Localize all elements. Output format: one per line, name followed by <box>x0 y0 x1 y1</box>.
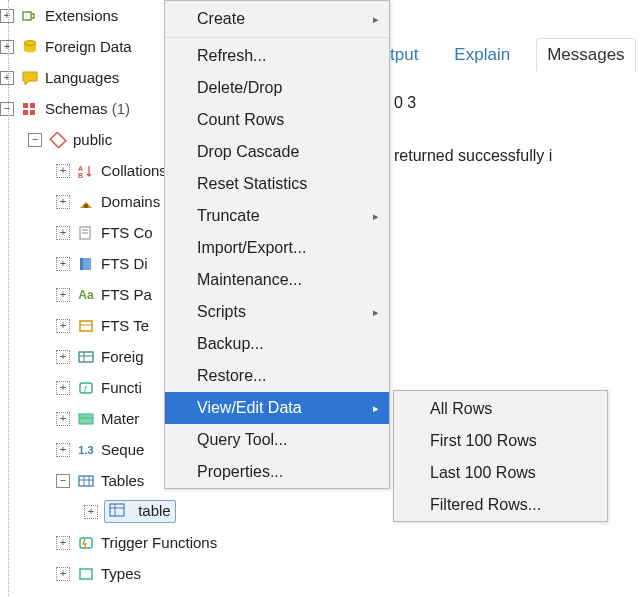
expander-icon[interactable]: + <box>56 536 70 550</box>
function-icon: ƒ <box>76 379 96 397</box>
svg-rect-24 <box>79 476 93 486</box>
sub-filtered[interactable]: Filtered Rows... <box>394 489 607 521</box>
tree-item-label: FTS Te <box>101 317 149 334</box>
tree-item-label: Mater <box>101 410 139 427</box>
ctx-properties[interactable]: Properties... <box>165 456 389 488</box>
tree-row-types[interactable]: + Types <box>0 558 310 589</box>
svg-rect-31 <box>80 538 92 548</box>
svg-rect-14 <box>83 258 91 270</box>
expander-icon[interactable]: + <box>56 381 70 395</box>
fts-config-icon <box>76 224 96 242</box>
tree-item-label: table <box>138 502 171 519</box>
ctx-delete-drop[interactable]: Delete/Drop <box>165 72 389 104</box>
ctx-import-export[interactable]: Import/Export... <box>165 232 389 264</box>
expander-icon[interactable]: + <box>84 505 98 519</box>
fts-parser-icon: Aa <box>76 286 96 304</box>
tree-item-label: Tables <box>101 472 144 489</box>
sub-all-rows[interactable]: All Rows <box>394 393 607 425</box>
tree-row-views[interactable]: + Views <box>0 589 310 597</box>
sub-last-100[interactable]: Last 100 Rows <box>394 457 607 489</box>
tables-icon <box>76 472 96 490</box>
expander-icon[interactable]: + <box>56 350 70 364</box>
submenu-arrow-icon: ▸ <box>373 402 379 415</box>
tree-item-label: Foreign Data <box>45 38 132 55</box>
ctx-backup[interactable]: Backup... <box>165 328 389 360</box>
tree-item-label: Functi <box>101 379 142 396</box>
view-edit-submenu: All Rows First 100 Rows Last 100 Rows Fi… <box>393 390 608 522</box>
tree-item-label: Foreig <box>101 348 144 365</box>
tree-item-label: Types <box>101 565 141 582</box>
svg-rect-2 <box>23 103 28 108</box>
tree-item-label: Collations <box>101 162 167 179</box>
cylinder-icon <box>20 38 40 56</box>
expander-icon[interactable]: + <box>56 567 70 581</box>
sub-first-100[interactable]: First 100 Rows <box>394 425 607 457</box>
ctx-restore[interactable]: Restore... <box>165 360 389 392</box>
tree-item-label: Schemas (1) <box>45 100 130 117</box>
menu-separator <box>165 37 389 38</box>
selected-table[interactable]: table <box>104 500 176 523</box>
tree-item-label: Extensions <box>45 7 118 24</box>
expander-icon[interactable]: + <box>0 71 14 85</box>
result-tabs: tput Explain Messages <box>380 38 636 71</box>
svg-rect-22 <box>79 414 93 424</box>
expander-icon[interactable]: + <box>56 257 70 271</box>
svg-rect-32 <box>80 569 92 579</box>
ctx-maintenance[interactable]: Maintenance... <box>165 264 389 296</box>
svg-text:B: B <box>78 172 83 179</box>
ctx-count-rows[interactable]: Count Rows <box>165 104 389 136</box>
expander-icon[interactable]: − <box>28 133 42 147</box>
tree-row-table-item[interactable]: + table <box>0 496 310 527</box>
context-menu: Create▸ Refresh... Delete/Drop Count Row… <box>164 0 390 489</box>
expander-icon[interactable]: + <box>56 319 70 333</box>
ctx-truncate[interactable]: Truncate▸ <box>165 200 389 232</box>
ctx-scripts[interactable]: Scripts▸ <box>165 296 389 328</box>
expander-icon[interactable]: + <box>56 226 70 240</box>
tree-item-label: Languages <box>45 69 119 86</box>
matview-icon <box>76 410 96 428</box>
ctx-drop-cascade[interactable]: Drop Cascade <box>165 136 389 168</box>
schema-icon <box>48 131 68 149</box>
tree-item-label: FTS Pa <box>101 286 152 303</box>
messages-output: 0 3 returned successfully i <box>394 90 552 171</box>
expander-icon[interactable]: + <box>56 195 70 209</box>
expander-icon[interactable]: − <box>56 474 70 488</box>
trigger-function-icon <box>76 534 96 552</box>
schemas-icon <box>20 100 40 118</box>
expander-icon[interactable]: + <box>56 412 70 426</box>
ctx-view-edit-data[interactable]: View/Edit Data▸ <box>165 392 389 424</box>
svg-rect-15 <box>80 321 92 331</box>
types-icon <box>76 565 96 583</box>
tree-row-trigger-functions[interactable]: + Trigger Functions <box>0 527 310 558</box>
foreign-table-icon <box>76 348 96 366</box>
svg-rect-4 <box>23 110 28 115</box>
ctx-create[interactable]: Create▸ <box>165 3 389 35</box>
expander-icon[interactable]: + <box>0 40 14 54</box>
svg-rect-17 <box>79 352 93 362</box>
domain-icon <box>76 193 96 211</box>
expander-icon[interactable]: + <box>56 443 70 457</box>
svg-rect-3 <box>30 103 35 108</box>
tab-explain[interactable]: Explain <box>444 39 520 71</box>
tab-messages[interactable]: Messages <box>536 38 635 71</box>
tree-item-label: Trigger Functions <box>101 534 217 551</box>
svg-text:A: A <box>78 165 83 172</box>
tree-item-label: FTS Co <box>101 224 153 241</box>
tree-item-label: FTS Di <box>101 255 148 272</box>
sequence-icon: 1.3 <box>76 441 96 459</box>
fts-template-icon <box>76 317 96 335</box>
submenu-arrow-icon: ▸ <box>373 13 379 26</box>
table-icon <box>109 503 129 521</box>
expander-icon[interactable]: − <box>0 102 14 116</box>
svg-rect-5 <box>30 110 35 115</box>
tree-item-label: public <box>73 131 112 148</box>
tree-item-label: Domains <box>101 193 160 210</box>
ctx-refresh[interactable]: Refresh... <box>165 40 389 72</box>
ctx-query-tool[interactable]: Query Tool... <box>165 424 389 456</box>
ctx-reset-statistics[interactable]: Reset Statistics <box>165 168 389 200</box>
submenu-arrow-icon: ▸ <box>373 210 379 223</box>
expander-icon[interactable]: + <box>56 164 70 178</box>
expander-icon[interactable]: + <box>56 288 70 302</box>
speech-bubble-icon <box>20 69 40 87</box>
expander-icon[interactable]: + <box>0 9 14 23</box>
